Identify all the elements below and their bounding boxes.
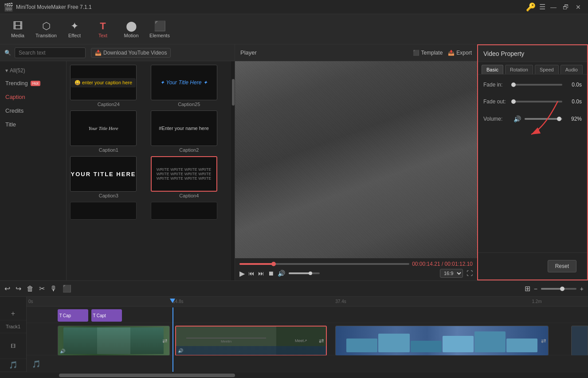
zoom-fill (541, 288, 562, 290)
toolbar-motion[interactable]: ⬤ Motion (117, 16, 145, 43)
sidebar-item-credits[interactable]: Credits (0, 104, 66, 118)
fade-out-thumb[interactable] (511, 99, 516, 104)
grid-item-caption1[interactable]: Your Title Here Caption1 (70, 110, 147, 153)
grid-item-caption25[interactable]: ✦ Your Title Here ✦ Caption25 (151, 65, 228, 107)
scrollbar-thumb[interactable] (232, 79, 235, 106)
volume-thumb[interactable] (557, 117, 561, 121)
toolbar-elements[interactable]: ⬛ Elements (145, 16, 174, 43)
youtube-download-btn[interactable]: 📥 Download YouTube Videos (91, 48, 171, 58)
add-track-button[interactable]: + (0, 307, 26, 320)
fade-out-slider[interactable] (514, 101, 562, 102)
tracks-area: 0s 14.8s 37.4s 1.2m T Cap T Capt (27, 297, 588, 372)
h-scroll-thumb[interactable] (59, 374, 235, 377)
volume-icon[interactable]: 🔊 (278, 270, 285, 277)
fade-in-slider[interactable] (514, 84, 562, 86)
toolbar-text[interactable]: T Text (89, 16, 117, 43)
delete-button[interactable]: 🗑 (27, 285, 34, 293)
player-title: Player (240, 49, 257, 56)
caption-clip-1[interactable]: T Cap (58, 309, 89, 322)
grid-item-caption24[interactable]: 😀 enter your caption here Caption24 (70, 65, 147, 107)
sidebar-item-trending[interactable]: Trending Hot (0, 76, 66, 90)
search-bar: 🔍 📥 Download YouTube Videos (0, 44, 235, 61)
volume-thumb[interactable] (309, 272, 312, 275)
menu-icon[interactable]: ☰ (539, 3, 545, 11)
playhead-triangle (170, 299, 175, 303)
fit-icon[interactable]: ⊞ (525, 284, 530, 293)
fade-in-thumb[interactable] (511, 83, 516, 87)
tab-audio[interactable]: Audio (561, 65, 583, 74)
progress-track[interactable] (239, 263, 409, 265)
audio-button[interactable]: 🎙 (50, 285, 57, 293)
grid-item-caption2[interactable]: #Enter your name here Caption2 (151, 110, 228, 153)
close-button[interactable]: ✕ (572, 1, 584, 13)
video-clip-1[interactable]: ⇄ 🔊 (58, 326, 170, 356)
caption-clip-2[interactable]: T Capt (91, 309, 122, 322)
video-clip-4-partial[interactable] (571, 326, 588, 356)
property-header: Video Property (478, 45, 587, 62)
toolbar-media[interactable]: 🎞 Media (4, 16, 32, 43)
video-clip-2[interactable]: Meetin Meet↗ ⇄ 🔊 (175, 326, 327, 356)
clip2-swap-icon[interactable]: ⇄ (319, 337, 324, 344)
tab-rotation[interactable]: Rotation (505, 65, 533, 74)
fullscreen-button[interactable]: ⛶ (466, 270, 473, 277)
undo-button[interactable]: ↩ (4, 284, 10, 293)
toolbar-effect[interactable]: ✦ Effect (60, 16, 89, 43)
grid-item-caption3[interactable]: YOUR TITLE HERE Caption3 (70, 156, 147, 198)
export-button[interactable]: 📤 Export (448, 50, 472, 56)
sidebar-item-caption[interactable]: Caption (0, 90, 66, 104)
grid-item-caption4[interactable]: WRITE WRITE WRITE WRITE WRITE WRITE WRIT… (151, 156, 228, 198)
grid-item-extra1[interactable] (70, 202, 147, 220)
progress-fill (239, 263, 274, 265)
progress-thumb[interactable] (271, 262, 276, 266)
stop-button[interactable]: ⏹ (268, 270, 274, 277)
tab-basic[interactable]: Basic (482, 65, 503, 74)
fade-in-value: 0.0s (566, 82, 582, 88)
minimize-button[interactable]: — (547, 1, 560, 13)
volume-track[interactable] (289, 272, 320, 274)
sidebar-item-title[interactable]: Title (0, 118, 66, 131)
redo-button[interactable]: ↪ (16, 284, 21, 293)
crop-button[interactable]: ⬛ (63, 284, 71, 293)
text-clip-icon-1: T (59, 313, 62, 318)
search-input[interactable] (15, 47, 86, 58)
caption-clip-1-label: Cap (63, 313, 71, 318)
video-clip-3[interactable]: ⇄ (335, 326, 549, 356)
restore-button[interactable]: 🗗 (560, 1, 572, 13)
player-controls: 00:00:14.21 / 00:01:12.10 ▶ ⏮ ⏭ ⏹ 🔊 16:9 (235, 258, 477, 280)
grid-item-extra2[interactable] (151, 202, 228, 220)
skip-back-button[interactable]: ⏮ (248, 270, 255, 277)
reset-button[interactable]: Reset (548, 260, 576, 272)
fade-in-label: Fade in: (483, 82, 510, 88)
fade-in-row: Fade in: 0.0s (483, 82, 582, 88)
caption24-label: Caption24 (70, 102, 147, 107)
sidebar-group-all[interactable]: ▾ All(52) (0, 65, 66, 76)
trending-label: Trending (5, 80, 28, 87)
track-label-track1: Track1 (0, 320, 26, 333)
aspect-ratio-select[interactable]: 16:9 9:16 1:1 4:3 (440, 269, 463, 278)
template-icon: ⬛ (413, 50, 419, 56)
time-ruler: 0s 14.8s 37.4s 1.2m (27, 297, 588, 307)
tab-speed[interactable]: Speed (535, 65, 559, 74)
zoom-thumb[interactable] (560, 287, 564, 291)
toolbar-transition[interactable]: ⬡ Transition (32, 16, 60, 43)
transition-icon: ⬡ (42, 20, 51, 32)
zoom-track[interactable] (541, 288, 576, 290)
zoom-in-icon[interactable]: + (580, 285, 584, 292)
clip1-swap-icon[interactable]: ⇄ (162, 337, 168, 344)
scrollbar-track[interactable] (231, 61, 235, 280)
zoom-out-icon[interactable]: − (534, 285, 537, 292)
music-note-icon: 🎵 (32, 359, 41, 368)
skip-forward-button[interactable]: ⏭ (258, 270, 264, 277)
volume-slider[interactable] (525, 118, 562, 120)
clip3-swap-icon[interactable]: ⇄ (541, 337, 546, 344)
prop-tabs: Basic Rotation Speed Audio (478, 62, 587, 75)
hot-badge: Hot (31, 81, 40, 86)
clip2-vol-icon: 🔊 (178, 348, 183, 353)
h-scrollbar[interactable] (0, 372, 588, 378)
play-button[interactable]: ▶ (239, 269, 245, 278)
timeline-toolbar: ↩ ↪ 🗑 ✂ 🎙 ⬛ ⊞ − + (0, 281, 588, 297)
cut-button[interactable]: ✂ (39, 284, 45, 293)
template-button[interactable]: ⬛ Template (413, 50, 443, 56)
volume-speaker-icon[interactable]: 🔊 (514, 115, 521, 122)
title-label: Title (5, 121, 16, 128)
